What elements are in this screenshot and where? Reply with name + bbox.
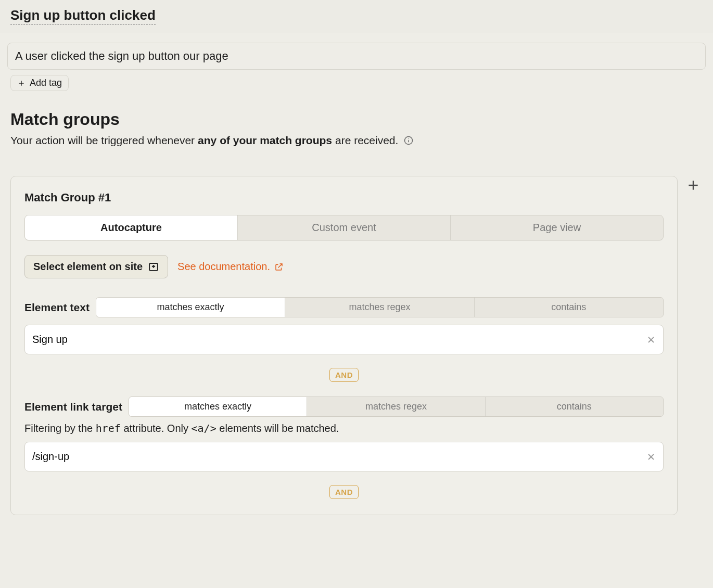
clear-link-target-button[interactable] — [645, 451, 657, 463]
link-target-match-mode: matches exactly matches regex contains — [129, 397, 664, 417]
help-post: elements will be matched. — [217, 423, 339, 434]
link-target-input-wrap — [24, 442, 664, 471]
external-link-icon — [274, 262, 284, 272]
tab-custom-event[interactable]: Custom event — [238, 215, 451, 240]
help-code-href: href — [96, 422, 121, 434]
select-element-button[interactable]: Select element on site — [24, 255, 168, 278]
tab-autocapture[interactable]: Autocapture — [25, 215, 238, 240]
tab-page-view[interactable]: Page view — [451, 215, 663, 240]
element-text-mode-contains[interactable]: contains — [475, 298, 663, 317]
link-target-input[interactable] — [24, 442, 664, 471]
link-target-row: Element link target matches exactly matc… — [24, 397, 664, 417]
match-groups-subtitle: Your action will be triggered whenever a… — [10, 134, 703, 147]
match-groups-container: Match Group #1 Autocapture Custom event … — [10, 176, 703, 515]
open-app-icon — [148, 261, 159, 273]
help-code-a: <a/> — [192, 422, 217, 434]
and-chip: AND — [329, 485, 359, 499]
tags-row: Add tag — [10, 75, 703, 91]
element-text-input[interactable] — [24, 325, 664, 354]
app-header: Sign up button clicked — [0, 0, 713, 33]
help-mid: attribute. Only — [121, 423, 192, 434]
page-body: A user clicked the sign up button our pa… — [0, 43, 713, 536]
match-groups-title: Match groups — [10, 110, 703, 129]
clear-element-text-button[interactable] — [645, 334, 657, 346]
help-pre: Filtering by the — [24, 423, 96, 434]
element-text-row: Element text matches exactly matches reg… — [24, 297, 664, 317]
link-target-label: Element link target — [24, 401, 122, 413]
plus-icon — [686, 178, 700, 192]
link-target-mode-contains[interactable]: contains — [486, 397, 663, 416]
element-text-label: Element text — [24, 301, 90, 314]
add-tag-button[interactable]: Add tag — [10, 75, 69, 91]
subtitle-pre: Your action will be triggered whenever — [10, 134, 195, 147]
link-target-mode-exact[interactable]: matches exactly — [129, 397, 307, 416]
element-text-input-wrap — [24, 325, 664, 354]
link-target-help: Filtering by the href attribute. Only <a… — [24, 422, 664, 434]
element-text-mode-exact[interactable]: matches exactly — [96, 298, 285, 317]
subtitle-bold: any of your match groups — [198, 134, 332, 147]
element-text-mode-regex[interactable]: matches regex — [285, 298, 474, 317]
and-separator-2: AND — [24, 485, 664, 499]
event-type-tabs: Autocapture Custom event Page view — [24, 215, 664, 240]
svg-point-4 — [409, 138, 409, 139]
link-target-mode-regex[interactable]: matches regex — [307, 397, 485, 416]
select-element-label: Select element on site — [33, 261, 143, 273]
element-text-match-mode: matches exactly matches regex contains — [96, 297, 664, 317]
match-group-title: Match Group #1 — [24, 191, 664, 204]
close-icon — [646, 335, 656, 345]
action-title[interactable]: Sign up button clicked — [10, 7, 156, 25]
and-chip: AND — [329, 368, 359, 382]
subtitle-post: are received. — [335, 134, 398, 147]
and-separator-1: AND — [24, 368, 664, 382]
add-tag-label: Add tag — [30, 78, 62, 88]
info-icon[interactable] — [403, 135, 414, 146]
match-group-card: Match Group #1 Autocapture Custom event … — [10, 176, 678, 515]
documentation-link[interactable]: See documentation. — [177, 261, 284, 273]
add-match-group-button[interactable] — [684, 176, 703, 195]
action-description-input[interactable]: A user clicked the sign up button our pa… — [7, 43, 706, 70]
documentation-link-label: See documentation. — [177, 261, 270, 273]
close-icon — [646, 452, 656, 462]
plus-icon — [17, 79, 26, 87]
